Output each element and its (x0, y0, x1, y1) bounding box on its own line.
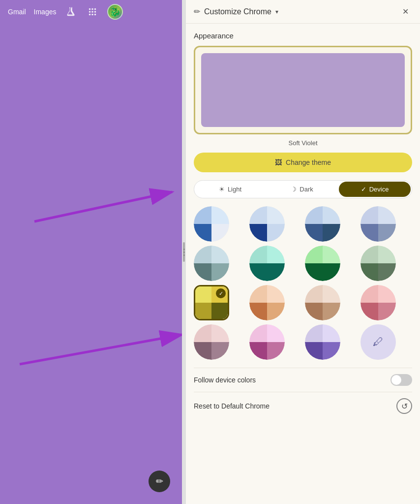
dark-icon: ☽ (291, 186, 297, 193)
color-swatch-15[interactable] (305, 324, 340, 360)
color-swatch-14[interactable] (249, 324, 285, 360)
top-bar: Gmail Images 🐉 (0, 0, 182, 24)
follow-device-label: Follow device colors (194, 376, 256, 384)
chrome-content: Appearance Soft Violet 🖼 Change theme ☀ … (186, 24, 420, 504)
color-swatch-1[interactable] (194, 206, 229, 242)
swatch-selected-checkmark: ✓ (216, 288, 226, 298)
theme-preview-card (194, 46, 412, 134)
right-panel: ✏ Customize Chrome ▾ ✕ Appearance Soft V… (186, 0, 420, 504)
color-palette-grid: ✓ (194, 206, 412, 360)
device-mode-button[interactable]: ✓ Device (339, 182, 411, 197)
device-label: Device (369, 186, 389, 193)
color-swatch-3[interactable] (305, 206, 340, 242)
pencil-icon: ✏ (194, 7, 200, 16)
color-swatch-10[interactable] (249, 285, 285, 320)
dark-label: Dark (300, 186, 313, 193)
flask-icon[interactable] (64, 5, 78, 19)
color-swatch-7[interactable] (305, 246, 340, 281)
images-link[interactable]: Images (34, 8, 57, 16)
theme-name-label: Soft Violet (194, 139, 412, 147)
close-button[interactable]: ✕ (398, 5, 412, 19)
dark-mode-button[interactable]: ☽ Dark (266, 181, 338, 198)
device-check-icon: ✓ (361, 186, 366, 193)
reset-row: Reset to Default Chrome ↺ (194, 392, 412, 420)
follow-device-toggle[interactable] (390, 374, 412, 386)
panel-title: Customize Chrome (204, 7, 271, 16)
avatar[interactable]: 🐉 (107, 4, 123, 20)
color-swatch-12[interactable] (360, 285, 396, 320)
mode-toggle: ☀ Light ☽ Dark ✓ Device (194, 180, 412, 198)
theme-preview-box (201, 53, 405, 127)
custom-color-swatch[interactable]: 🖊 (360, 324, 396, 360)
color-swatch-4[interactable] (360, 206, 396, 242)
header-left: ✏ Customize Chrome ▾ (194, 7, 278, 16)
light-mode-button[interactable]: ☀ Light (194, 181, 266, 198)
left-panel: Gmail Images 🐉 (0, 0, 182, 504)
panel-divider (182, 0, 186, 504)
reset-arrow-icon: ↺ (401, 402, 408, 411)
change-theme-icon: 🖼 (275, 158, 282, 166)
change-theme-label: Change theme (286, 158, 331, 166)
gmail-link[interactable]: Gmail (8, 8, 26, 16)
resize-handle[interactable] (183, 242, 185, 262)
dropdown-arrow-icon[interactable]: ▾ (275, 8, 278, 15)
edit-fab-button[interactable]: ✏ (149, 471, 170, 492)
color-swatch-11[interactable] (305, 285, 340, 320)
color-swatch-8[interactable] (360, 246, 396, 281)
customize-chrome-header: ✏ Customize Chrome ▾ ✕ (186, 0, 420, 24)
eyedropper-icon: 🖊 (373, 336, 384, 348)
appearance-section-title: Appearance (194, 32, 412, 40)
color-swatch-13[interactable] (194, 324, 229, 360)
grid-icon[interactable] (86, 5, 99, 19)
color-swatch-9-selected[interactable]: ✓ (194, 285, 229, 320)
light-label: Light (228, 186, 241, 193)
reset-icon-button[interactable]: ↺ (396, 398, 412, 414)
light-icon: ☀ (219, 186, 225, 193)
color-swatch-6[interactable] (249, 246, 285, 281)
reset-label: Reset to Default Chrome (194, 402, 270, 410)
arrow1 (30, 187, 187, 228)
toggle-knob (391, 375, 401, 385)
follow-device-row: Follow device colors (194, 368, 412, 392)
color-swatch-2[interactable] (249, 206, 285, 242)
color-swatch-5[interactable] (194, 246, 229, 281)
arrow2 (15, 330, 192, 371)
change-theme-button[interactable]: 🖼 Change theme (194, 153, 412, 172)
